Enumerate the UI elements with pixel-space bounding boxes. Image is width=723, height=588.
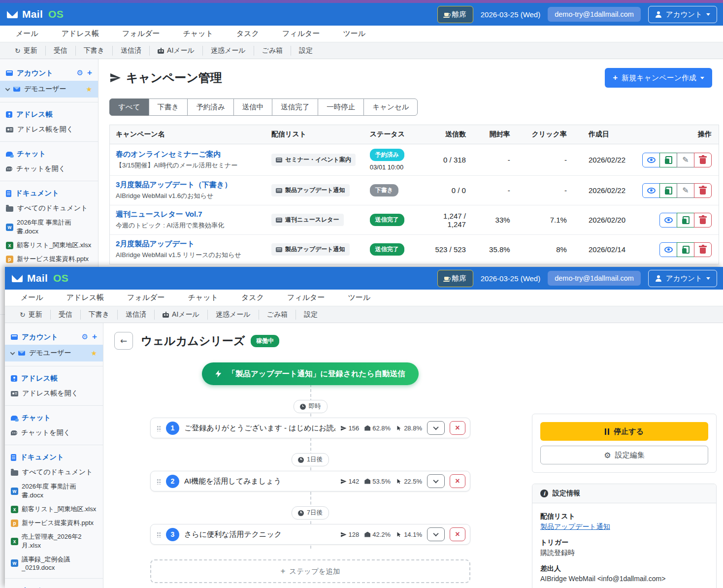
edit-settings-button[interactable]: 設定編集 bbox=[540, 446, 708, 464]
nav-filters[interactable]: フィルター bbox=[287, 293, 325, 302]
toolbar-refresh[interactable]: 更新 bbox=[12, 310, 51, 320]
delete-button[interactable] bbox=[694, 213, 712, 228]
away-status-button[interactable]: 離席 bbox=[437, 6, 473, 23]
remove-step-button[interactable] bbox=[450, 421, 465, 435]
sidebar-item-all-documents[interactable]: すべてのドキュメント bbox=[5, 465, 103, 480]
toolbar-settings[interactable]: 設定 bbox=[291, 46, 321, 56]
toolbar-sent[interactable]: 送信済 bbox=[113, 46, 150, 56]
list-link[interactable]: 製品アップデート通知 bbox=[540, 523, 610, 530]
step-title[interactable]: ご登録ありがとうございます - はじめにお読みください bbox=[184, 424, 335, 433]
nav-tasks[interactable]: タスク bbox=[236, 29, 259, 38]
sidebar-item-open-chat[interactable]: チャットを開く bbox=[5, 425, 103, 440]
campaign-link[interactable]: 3月度製品アップデート（下書き） bbox=[116, 180, 260, 190]
drag-handle-icon[interactable] bbox=[157, 531, 161, 538]
nav-filters[interactable]: フィルター bbox=[282, 29, 320, 38]
away-status-button[interactable]: 離席 bbox=[437, 270, 473, 287]
sidebar-file-item[interactable]: x顧客リスト_関東地区.xlsx bbox=[0, 238, 98, 252]
delete-button[interactable] bbox=[694, 153, 712, 167]
toolbar-trash[interactable]: ごみ箱 bbox=[259, 310, 296, 320]
nav-chat[interactable]: チャット bbox=[183, 29, 213, 38]
sidebar-file-item[interactable]: p新サービス提案資料.pptx bbox=[5, 516, 103, 530]
sidebar-item-open-addressbook[interactable]: アドレス帳を開く bbox=[5, 386, 103, 401]
delete-button[interactable] bbox=[694, 242, 712, 257]
expand-step-button[interactable] bbox=[427, 421, 445, 435]
nav-folders[interactable]: フォルダー bbox=[122, 29, 160, 38]
step-title[interactable]: AI機能を活用してみましょう bbox=[184, 477, 335, 486]
brand-logo[interactable]: Mail OS bbox=[7, 8, 64, 20]
sidebar-item-open-addressbook[interactable]: アドレス帳を開く bbox=[0, 122, 98, 137]
view-button[interactable] bbox=[659, 213, 677, 228]
tab-sending[interactable]: 送信中 bbox=[233, 98, 273, 116]
expand-step-button[interactable] bbox=[427, 527, 445, 541]
sidebar-item-open-chat[interactable]: チャットを開く bbox=[0, 162, 98, 176]
nav-folders[interactable]: フォルダー bbox=[127, 293, 164, 302]
duplicate-button[interactable] bbox=[677, 213, 694, 228]
edit-button[interactable] bbox=[677, 153, 694, 167]
remove-step-button[interactable] bbox=[450, 474, 465, 488]
tab-scheduled[interactable]: 予約済み bbox=[187, 98, 233, 116]
view-button[interactable] bbox=[659, 242, 677, 257]
tab-draft[interactable]: 下書き bbox=[149, 98, 188, 116]
star-icon[interactable] bbox=[91, 349, 97, 357]
sidebar-file-item[interactable]: x顧客リスト_関東地区.xlsx bbox=[5, 502, 103, 516]
add-account-icon[interactable] bbox=[92, 332, 97, 342]
account-menu-button[interactable]: アカウント bbox=[648, 6, 717, 23]
nav-mail[interactable]: メール bbox=[16, 29, 38, 38]
add-step-button[interactable]: ステップを追加 bbox=[150, 559, 470, 583]
sidebar-file-item[interactable]: p新サービス提案資料.pptx bbox=[0, 252, 98, 266]
remove-step-button[interactable] bbox=[450, 527, 465, 541]
campaign-link[interactable]: 2月度製品アップデート bbox=[116, 239, 260, 249]
expand-step-button[interactable] bbox=[427, 474, 445, 488]
tab-sent[interactable]: 送信完了 bbox=[272, 98, 318, 116]
toolbar-sent[interactable]: 送信済 bbox=[118, 310, 155, 320]
toolbar-spam[interactable]: 迷惑メール bbox=[208, 310, 259, 320]
tab-paused[interactable]: 一時停止 bbox=[318, 98, 364, 116]
add-account-icon[interactable] bbox=[87, 68, 92, 78]
back-button[interactable] bbox=[114, 332, 133, 350]
edit-button[interactable] bbox=[677, 183, 694, 198]
gear-icon[interactable] bbox=[77, 68, 83, 77]
nav-addressbook[interactable]: アドレス帳 bbox=[66, 293, 104, 302]
sidebar-item-demo-user[interactable]: デモユーザー bbox=[5, 345, 103, 361]
sidebar-item-all-documents[interactable]: すべてのドキュメント bbox=[0, 201, 98, 216]
duplicate-button[interactable] bbox=[659, 183, 677, 198]
toolbar-inbox[interactable]: 受信 bbox=[46, 46, 76, 56]
toolbar-ai-mail[interactable]: AIメール bbox=[155, 310, 208, 320]
stop-button[interactable]: 停止する bbox=[540, 422, 708, 441]
toolbar-trash[interactable]: ごみ箱 bbox=[254, 46, 292, 56]
sidebar-file-item[interactable]: w2026年度 事業計画書.docx bbox=[5, 480, 103, 502]
toolbar-refresh[interactable]: 更新 bbox=[7, 46, 46, 56]
toolbar-drafts[interactable]: 下書き bbox=[81, 310, 118, 320]
duplicate-button[interactable] bbox=[659, 153, 677, 167]
toolbar-ai-mail[interactable]: AIメール bbox=[150, 46, 203, 56]
toolbar-drafts[interactable]: 下書き bbox=[76, 46, 113, 56]
nav-chat[interactable]: チャット bbox=[188, 293, 218, 302]
duplicate-button[interactable] bbox=[677, 242, 694, 257]
step-title[interactable]: さらに便利な活用テクニック bbox=[184, 530, 335, 539]
nav-mail[interactable]: メール bbox=[21, 293, 43, 302]
account-menu-button[interactable]: アカウント bbox=[648, 270, 717, 287]
tab-cancelled[interactable]: キャンセル bbox=[363, 98, 418, 116]
user-email[interactable]: demo-try@1dallmail.com bbox=[548, 7, 641, 22]
user-email[interactable]: demo-try@1dallmail.com bbox=[548, 271, 641, 286]
brand-logo[interactable]: Mail OS bbox=[12, 272, 68, 284]
view-button[interactable] bbox=[642, 153, 660, 167]
toolbar-inbox[interactable]: 受信 bbox=[51, 310, 81, 320]
toolbar-settings[interactable]: 設定 bbox=[296, 310, 326, 320]
view-button[interactable] bbox=[642, 183, 660, 198]
delete-button[interactable] bbox=[694, 183, 712, 198]
campaign-link[interactable]: 春のオンラインセミナーご案内 bbox=[116, 150, 260, 159]
nav-addressbook[interactable]: アドレス帳 bbox=[62, 29, 99, 38]
star-icon[interactable] bbox=[86, 85, 92, 93]
sidebar-file-item[interactable]: x売上管理表_2026年2月.xlsx bbox=[5, 530, 103, 553]
sidebar-file-item[interactable]: w2026年度 事業計画書.docx bbox=[0, 216, 98, 238]
drag-handle-icon[interactable] bbox=[157, 425, 161, 431]
gear-icon[interactable] bbox=[82, 332, 88, 341]
nav-tasks[interactable]: タスク bbox=[241, 293, 264, 302]
campaign-link[interactable]: 週刊ニュースレター Vol.7 bbox=[116, 210, 260, 219]
tab-all[interactable]: すべて bbox=[109, 98, 149, 116]
sidebar-item-demo-user[interactable]: デモユーザー bbox=[0, 81, 98, 98]
nav-tools[interactable]: ツール bbox=[343, 29, 365, 38]
toolbar-spam[interactable]: 迷惑メール bbox=[203, 46, 254, 56]
new-campaign-button[interactable]: 新規キャンペーン作成 bbox=[605, 68, 712, 88]
